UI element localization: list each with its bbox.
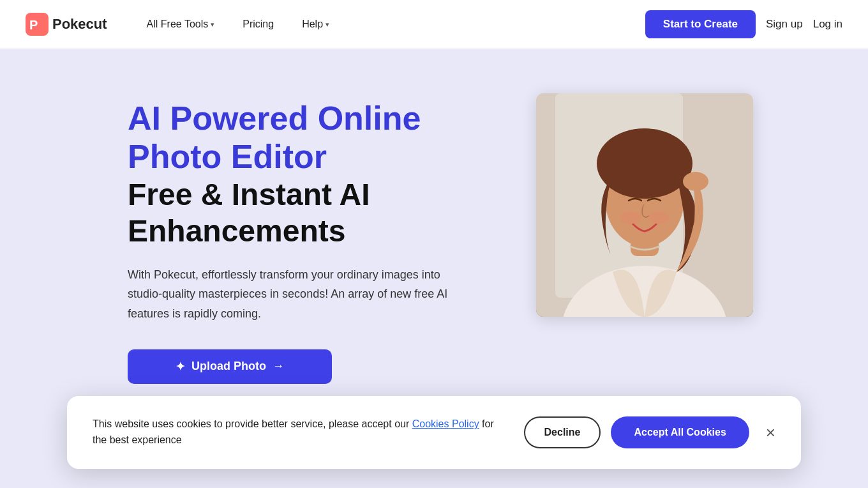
sign-up-button[interactable]: Sign up — [766, 18, 803, 31]
upload-icon: ✦ — [176, 360, 185, 374]
svg-point-9 — [648, 211, 669, 224]
cookies-policy-link[interactable]: Cookies Policy — [412, 418, 479, 429]
nav-help[interactable]: Help ▾ — [290, 13, 341, 35]
brand-name: Pokecut — [52, 16, 107, 33]
close-icon: × — [766, 423, 775, 442]
hero-text: AI Powered Online Photo Editor Free & In… — [128, 100, 498, 384]
hero-photo — [536, 93, 753, 317]
navbar: P Pokecut All Free Tools ▾ Pricing Help … — [0, 0, 868, 49]
logo-icon: P — [26, 13, 49, 36]
svg-point-10 — [683, 172, 708, 191]
close-cookie-banner-button[interactable]: × — [766, 424, 775, 441]
nav-pricing[interactable]: Pricing — [231, 13, 285, 35]
chevron-down-icon: ▾ — [211, 20, 214, 29]
hero-title-black: Free & Instant AI Enhancements — [128, 176, 498, 250]
cookie-banner: This website uses cookies to provide bet… — [67, 396, 801, 469]
arrow-icon: → — [273, 360, 284, 373]
portrait-svg — [536, 93, 753, 317]
nav-all-free-tools[interactable]: All Free Tools ▾ — [135, 13, 227, 35]
hero-image-wrap — [536, 93, 753, 317]
logo-link[interactable]: P Pokecut — [26, 13, 107, 36]
log-in-button[interactable]: Log in — [813, 18, 842, 31]
hero-title-colored: AI Powered Online Photo Editor — [128, 100, 498, 176]
svg-point-8 — [620, 211, 641, 224]
nav-links: All Free Tools ▾ Pricing Help ▾ — [135, 13, 632, 35]
hero-description: With Pokecut, effortlessly transform you… — [128, 265, 472, 324]
start-to-create-button[interactable]: Start to Create — [645, 10, 756, 38]
accept-all-cookies-button[interactable]: Accept All Cookies — [611, 416, 749, 448]
chevron-down-icon-help: ▾ — [326, 20, 329, 29]
svg-point-7 — [597, 128, 692, 199]
nav-right: Start to Create Sign up Log in — [645, 10, 842, 38]
decline-button[interactable]: Decline — [524, 416, 601, 448]
upload-photo-button[interactable]: ✦ Upload Photo → — [128, 349, 332, 384]
svg-text:P: P — [29, 18, 38, 32]
cookie-message: This website uses cookies to provide bet… — [93, 416, 505, 448]
cookie-actions: Decline Accept All Cookies × — [524, 416, 775, 448]
